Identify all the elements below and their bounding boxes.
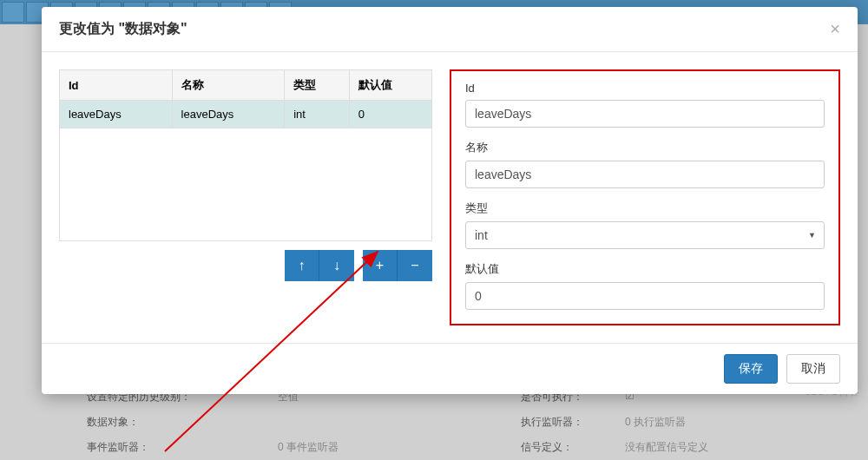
cell-name: leaveDays [172,101,285,128]
left-panel: Id 名称 类型 默认值 leaveDays leaveDays int 0 [59,69,432,325]
move-up-button[interactable]: ↑ [285,250,319,281]
default-label: 默认值 [465,261,825,277]
close-button[interactable]: × [830,19,840,39]
id-input[interactable] [465,100,825,128]
modal-dialog: 更改值为 "数据对象" × Id 名称 类型 默认值 leaveDays lea… [42,7,858,394]
modal-header: 更改值为 "数据对象" × [42,7,858,52]
prop-label: 数据对象： [87,415,278,430]
minus-icon: − [411,258,418,273]
remove-button[interactable]: − [398,250,432,281]
name-input[interactable] [465,161,825,188]
prop-value: 0 事件监听器 [278,440,521,455]
table-action-buttons: ↑ ↓ + − [59,250,432,281]
arrow-up-icon: ↑ [299,258,306,273]
move-down-button[interactable]: ↓ [319,250,354,281]
modal-title: 更改值为 "数据对象" [59,20,187,38]
prop-value: 没有配置信号定义 [625,440,859,455]
col-header-default: 默认值 [349,70,431,101]
cell-id: leaveDays [60,101,173,128]
prop-label: 执行监听器： [521,415,625,430]
data-object-table: Id 名称 类型 默认值 leaveDays leaveDays int 0 [59,69,432,128]
save-button[interactable]: 保存 [724,354,778,384]
prop-label: 信号定义： [521,440,625,455]
col-header-type: 类型 [285,70,350,101]
modal-body: Id 名称 类型 默认值 leaveDays leaveDays int 0 [42,52,858,343]
type-select[interactable]: int [465,221,825,249]
cell-type: int [285,101,350,128]
name-label: 名称 [465,140,825,155]
cancel-button[interactable]: 取消 [786,354,840,384]
table-row[interactable]: leaveDays leaveDays int 0 [60,101,432,128]
prop-value [278,415,521,430]
detail-form-panel: Id 名称 类型 int 默认值 [450,69,840,325]
default-input[interactable] [465,282,825,310]
prop-label: 事件监听器： [87,440,278,455]
id-label: Id [465,82,825,95]
plus-icon: + [376,258,384,273]
col-header-name: 名称 [172,70,285,101]
prop-value: 0 执行监听器 [625,415,859,430]
add-button[interactable]: + [363,250,398,281]
modal-footer: 保存 取消 [42,343,858,394]
table-empty-area [59,128,432,241]
arrow-down-icon: ↓ [333,258,340,273]
type-label: 类型 [465,200,825,216]
cell-default: 0 [349,101,431,128]
col-header-id: Id [60,70,173,101]
